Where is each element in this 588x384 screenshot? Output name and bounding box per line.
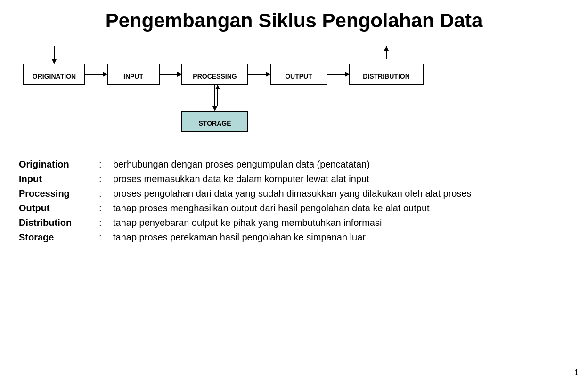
text-origination: berhubungan dengan proses pengumpulan da…	[113, 159, 569, 170]
desc-row-storage: Storage : tahap proses perekaman hasil p…	[19, 232, 569, 243]
svg-marker-5	[103, 72, 107, 77]
svg-text:PROCESSING: PROCESSING	[193, 72, 237, 80]
colon-input: :	[99, 174, 108, 184]
text-input: proses memasukkan data ke dalam komputer…	[113, 174, 569, 184]
colon-output: :	[99, 203, 108, 214]
term-distribution: Distribution	[19, 217, 99, 228]
svg-marker-13	[266, 72, 270, 77]
svg-marker-17	[345, 72, 350, 77]
svg-marker-21	[384, 46, 389, 51]
term-processing: Processing	[19, 188, 99, 199]
text-distribution: tahap penyebaran output ke pihak yang me…	[113, 217, 569, 228]
colon-processing: :	[99, 188, 108, 199]
svg-text:OUTPUT: OUTPUT	[285, 72, 312, 80]
desc-row-processing: Processing : proses pengolahan dari data…	[19, 188, 569, 199]
page-title: Pengembangan Siklus Pengolahan Data	[19, 9, 569, 32]
desc-row-origination: Origination : berhubungan dengan proses …	[19, 159, 569, 170]
svg-text:STORAGE: STORAGE	[199, 120, 231, 127]
descriptions-section: Origination : berhubungan dengan proses …	[19, 159, 569, 243]
desc-row-distribution: Distribution : tahap penyebaran output k…	[19, 217, 569, 228]
svg-text:DISTRIBUTION: DISTRIBUTION	[363, 72, 410, 80]
colon-distribution: :	[99, 217, 108, 228]
term-input: Input	[19, 174, 99, 184]
desc-row-input: Input : proses memasukkan data ke dalam …	[19, 174, 569, 184]
svg-marker-1	[52, 59, 57, 64]
diagram-area: ORIGINATION INPUT PROCESSING OUTPUT DIST…	[19, 46, 569, 150]
text-output: tahap proses menghasilkan output dari ha…	[113, 203, 569, 214]
term-storage: Storage	[19, 232, 99, 243]
svg-marker-9	[177, 72, 182, 77]
page-number: 1	[574, 368, 579, 377]
svg-text:INPUT: INPUT	[123, 72, 143, 80]
svg-marker-25	[215, 85, 220, 89]
term-origination: Origination	[19, 159, 99, 170]
colon-origination: :	[99, 159, 108, 170]
svg-marker-23	[212, 106, 217, 111]
text-processing: proses pengolahan dari data yang sudah d…	[113, 188, 569, 199]
svg-text:ORIGINATION: ORIGINATION	[33, 72, 76, 80]
text-storage: tahap proses perekaman hasil pengolahan …	[113, 232, 569, 243]
desc-row-output: Output : tahap proses menghasilkan outpu…	[19, 203, 569, 214]
term-output: Output	[19, 203, 99, 214]
colon-storage: :	[99, 232, 108, 243]
